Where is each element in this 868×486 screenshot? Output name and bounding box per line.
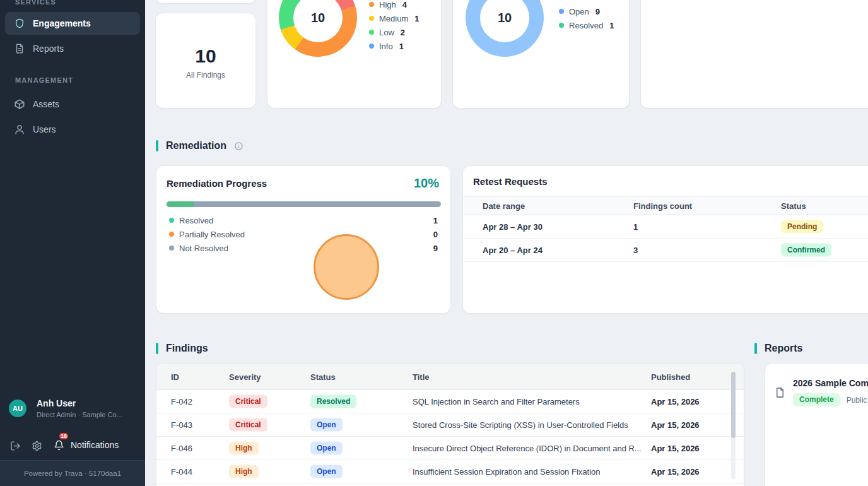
main-content: 10 All Findings 10 High 4 Medium 1 Low 2 xyxy=(145,0,868,486)
reports-card: 2026 Sample Compa... Complete Public xyxy=(765,363,868,486)
summary-card-extra xyxy=(640,0,868,109)
status-badge: Pending xyxy=(781,220,823,234)
report-status-badge: Complete xyxy=(793,393,840,406)
section-title: Findings xyxy=(166,343,208,354)
report-list-item[interactable]: 2026 Sample Compa... Complete Public xyxy=(774,377,868,406)
table-row[interactable]: F-043 Critical Open Stored Cross-Site Sc… xyxy=(156,413,744,437)
legend-value: 2 xyxy=(401,28,405,37)
user-role: Direct Admin · Sample Co... xyxy=(37,411,122,418)
user-icon xyxy=(14,124,25,135)
table-row[interactable]: F-046 High Open Insecure Direct Object R… xyxy=(156,437,744,460)
severity-badge: High xyxy=(229,465,259,478)
legend-item-low: Low 2 xyxy=(369,25,419,39)
column-header-date-range: Date range xyxy=(483,201,525,211)
remediation-percent: 10% xyxy=(414,176,439,191)
sidebar-item-engagements[interactable]: Engagements xyxy=(5,12,140,35)
legend-label: Medium xyxy=(379,14,408,23)
card-partial-top xyxy=(155,0,256,4)
sidebar-section-services: SERVICES xyxy=(15,0,56,6)
sidebar-item-label: Users xyxy=(33,124,56,134)
column-header-id: ID xyxy=(171,372,179,381)
legend-label: Info xyxy=(379,42,393,51)
remediation-pie-chart xyxy=(314,234,379,300)
sidebar-footer: Powered by Trava · 5170daa1 xyxy=(0,460,145,486)
high-dot-icon xyxy=(369,2,374,7)
legend-label: Low xyxy=(379,28,394,37)
remediation-progress-fill xyxy=(167,201,194,207)
legend-item-resolved: Resolved 1 xyxy=(559,18,614,32)
notifications-label[interactable]: Notifications xyxy=(71,440,119,450)
sidebar-section-management: MANAGEMENT xyxy=(15,76,73,84)
table-row[interactable]: F-042 Critical Resolved SQL Injection in… xyxy=(156,390,744,413)
finding-published: Apr 15, 2026 xyxy=(651,397,700,406)
all-findings-count: 10 xyxy=(195,45,216,67)
legend-value: 1 xyxy=(433,216,438,225)
info-icon xyxy=(234,141,243,151)
finding-published: Apr 15, 2026 xyxy=(651,467,700,477)
finding-id: F-046 xyxy=(171,444,192,453)
status-badge: Open xyxy=(310,465,343,478)
remediation-progress-title: Remediation Progress xyxy=(167,178,267,189)
sidebar-item-assets[interactable]: Assets xyxy=(5,93,140,116)
retest-table: Date range Findings count Status Apr 28 … xyxy=(463,196,868,262)
legend-value: 9 xyxy=(595,7,600,16)
medium-dot-icon xyxy=(369,16,374,21)
severity-legend: High 4 Medium 1 Low 2 Info 1 xyxy=(369,0,419,53)
finding-id: F-043 xyxy=(171,420,192,430)
legend-label: Open xyxy=(569,7,589,16)
column-header-title: Title xyxy=(413,372,430,381)
finding-published: Apr 15, 2026 xyxy=(651,420,700,430)
remediation-section-header: Remediation xyxy=(156,139,243,152)
severity-badge: High xyxy=(229,442,259,455)
severity-donut-total: 10 xyxy=(293,0,343,42)
legend-value: 9 xyxy=(433,244,438,253)
avatar[interactable]: AU xyxy=(9,400,26,417)
bell-icon xyxy=(54,440,64,451)
legend-item-partially-resolved: Partially Resolved 0 xyxy=(169,227,438,241)
section-accent-bar xyxy=(156,343,158,354)
remediation-info-button[interactable] xyxy=(234,141,243,151)
legend-label: Resolved xyxy=(569,21,603,30)
legend-label: Resolved xyxy=(179,216,213,225)
legend-item-info: Info 1 xyxy=(369,39,419,53)
severity-badge: Critical xyxy=(229,395,267,408)
retest-date-range: Apr 28 – Apr 30 xyxy=(483,222,542,232)
section-title: Reports xyxy=(765,343,802,354)
all-findings-card[interactable]: 10 All Findings xyxy=(155,13,256,109)
reports-section-header: Reports xyxy=(754,342,802,355)
user-name: Anh User xyxy=(37,398,76,408)
table-row[interactable]: Apr 20 – Apr 24 3 Confirmed xyxy=(463,239,868,262)
finding-published: Apr 15, 2026 xyxy=(651,444,700,453)
status-badge: Resolved xyxy=(310,395,356,408)
legend-value: 1 xyxy=(609,21,614,30)
sidebar-item-label: Reports xyxy=(33,44,64,54)
remediation-progress-card: Remediation Progress 10% Resolved 1 Part… xyxy=(156,165,451,314)
retest-table-header: Date range Findings count Status xyxy=(463,196,868,215)
legend-label: Not Resolved xyxy=(179,244,228,253)
sidebar-item-reports[interactable]: Reports xyxy=(5,37,140,60)
column-header-status: Status xyxy=(310,372,336,381)
resolved-dot-icon xyxy=(559,23,564,28)
report-visibility-label: Public xyxy=(847,396,867,405)
findings-scrollbar[interactable] xyxy=(731,372,736,479)
remediation-legend: Resolved 1 Partially Resolved 0 Not Reso… xyxy=(169,213,438,255)
table-row[interactable]: F-044 High Open Insufficient Session Exp… xyxy=(156,460,744,483)
info-dot-icon xyxy=(369,44,374,49)
gear-icon xyxy=(32,441,42,451)
logout-button[interactable] xyxy=(8,438,23,453)
finding-id: F-042 xyxy=(171,397,192,406)
column-header-status: Status xyxy=(781,201,806,211)
table-row[interactable]: Apr 28 – Apr 30 1 Pending xyxy=(463,215,868,239)
status-badge: Confirmed xyxy=(781,244,831,257)
status-legend: Open 9 Resolved 1 xyxy=(559,4,614,32)
sidebar: SERVICES Engagements Reports MANAGEMENT … xyxy=(0,0,145,486)
findings-table-header: ID Severity Status Title Published xyxy=(156,364,744,390)
column-header-findings-count: Findings count xyxy=(633,201,692,211)
sidebar-item-label: Assets xyxy=(33,99,59,109)
sidebar-item-users[interactable]: Users xyxy=(5,118,140,141)
settings-button[interactable] xyxy=(29,438,44,453)
scrollbar-thumb[interactable] xyxy=(731,372,736,438)
all-findings-label: All Findings xyxy=(186,71,225,80)
findings-section-header: Findings xyxy=(156,342,208,355)
status-badge: Open xyxy=(310,442,343,455)
